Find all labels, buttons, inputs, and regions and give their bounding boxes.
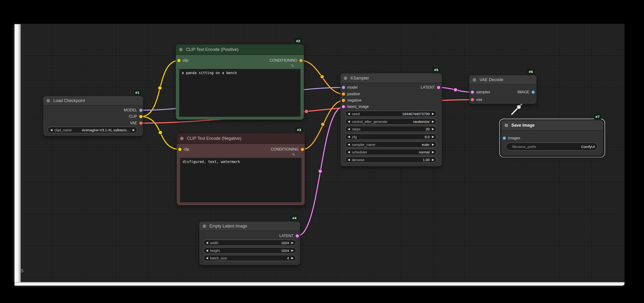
node-clip-text-encode-negative[interactable]: #3 CLIP Text Encode (Negative) clip COND…	[177, 133, 305, 205]
widget-label: filename_prefix	[512, 145, 581, 149]
increment-icon[interactable]: ▶	[432, 150, 434, 154]
increment-icon[interactable]: ▶	[432, 143, 434, 146]
decrement-icon[interactable]: ◀	[206, 256, 208, 260]
conditioning-port-icon[interactable]	[342, 99, 345, 102]
seed-widget[interactable]: ◀ seed 18446744073709 ▶	[345, 111, 437, 117]
collapse-dot-icon[interactable]	[179, 48, 183, 51]
decrement-icon[interactable]: ◀	[348, 158, 350, 161]
decrement-icon[interactable]: ◀	[348, 135, 350, 138]
width-widget[interactable]: ◀ width 1024 ▶	[203, 240, 296, 246]
latent-port-icon[interactable]	[437, 86, 440, 89]
slot-label: LATENT	[280, 234, 294, 238]
widget-value: 20	[426, 127, 430, 131]
image-port-icon[interactable]	[503, 136, 506, 140]
node-id-badge: #5	[432, 67, 440, 72]
increment-icon[interactable]: ▶	[291, 256, 294, 260]
image-port-icon[interactable]	[532, 90, 535, 94]
vae-port-icon[interactable]	[139, 121, 142, 125]
input-slot-images[interactable]: images	[503, 136, 520, 140]
output-slot-clip[interactable]: CLIP	[129, 114, 142, 119]
height-widget[interactable]: ◀ height 1024 ▶	[203, 247, 296, 254]
output-slot-latent[interactable]: LATENT	[421, 85, 440, 90]
increment-icon[interactable]: ▶	[133, 128, 135, 132]
increment-icon[interactable]: ▶	[432, 135, 434, 138]
latent-port-icon[interactable]	[296, 234, 299, 238]
input-slot-negative[interactable]: negative	[342, 98, 362, 103]
decrement-icon[interactable]: ◀	[348, 143, 350, 146]
input-slot-latent-image[interactable]: latent_image	[342, 104, 369, 109]
filename-prefix-widget[interactable]: filename_prefix ComfyUI	[506, 143, 598, 151]
node-load-checkpoint[interactable]: #1 Load Checkpoint MODEL CLIP VAE ◀ ckpt…	[43, 96, 143, 136]
input-slot-samples[interactable]: samples	[471, 90, 490, 94]
increment-icon[interactable]: ▶	[432, 112, 434, 115]
node-header[interactable]: Save Image	[501, 120, 603, 131]
input-slot-clip[interactable]: clip	[177, 58, 188, 63]
collapse-dot-icon[interactable]	[202, 224, 206, 228]
widget-label: height	[210, 249, 281, 253]
node-header[interactable]: Load Checkpoint	[43, 96, 143, 105]
node-id-badge: #3	[295, 127, 303, 132]
slot-label: negative	[347, 98, 362, 102]
node-title: CLIP Text Encode (Positive)	[186, 47, 238, 52]
collapse-dot-icon[interactable]	[344, 76, 347, 80]
collapse-dot-icon[interactable]	[504, 124, 508, 127]
latent-port-icon[interactable]	[471, 90, 474, 94]
output-slot-vae[interactable]: VAE	[130, 121, 142, 125]
node-header[interactable]: VAE Decode	[469, 75, 536, 85]
output-slot-model[interactable]: MODEL	[124, 108, 142, 113]
denoise-widget[interactable]: ◀ denoise 1.00 ▶	[345, 157, 437, 163]
node-vae-decode[interactable]: #6 VAE Decode samples vae IMAGE	[469, 75, 536, 104]
output-slot-conditioning[interactable]: CONDITIONING	[270, 58, 303, 63]
node-header[interactable]: CLIP Text Encode (Positive)	[176, 44, 304, 55]
clip-port-icon[interactable]	[139, 115, 142, 118]
model-port-icon[interactable]	[342, 86, 345, 89]
control-after-generate-widget[interactable]: ◀ control_after_generate randomize ▶	[345, 118, 437, 125]
output-slot-image[interactable]: IMAGE	[517, 90, 535, 94]
output-slot-conditioning[interactable]: CONDITIONING	[271, 147, 304, 152]
increment-icon[interactable]: ▶	[291, 241, 294, 244]
latent-port-icon[interactable]	[342, 105, 345, 108]
node-save-image[interactable]: #7 Save Image images filename_prefix Com…	[501, 120, 603, 156]
decrement-icon[interactable]: ◀	[348, 150, 350, 154]
decrement-icon[interactable]: ◀	[50, 128, 52, 132]
decrement-icon[interactable]: ◀	[348, 127, 350, 131]
vae-port-icon[interactable]	[471, 98, 474, 101]
node-empty-latent-image[interactable]: #4 Empty Latent Image LATENT ◀ width 102…	[199, 222, 300, 265]
conditioning-port-icon[interactable]	[342, 92, 345, 96]
node-header[interactable]: CLIP Text Encode (Negative)	[177, 133, 305, 144]
output-slot-latent[interactable]: LATENT	[280, 234, 299, 238]
conditioning-port-icon[interactable]	[299, 59, 303, 62]
node-ksampler[interactable]: #5 KSampler model positive negative late…	[340, 73, 442, 166]
conditioning-port-icon[interactable]	[301, 148, 304, 151]
input-slot-vae[interactable]: vae	[471, 97, 482, 102]
decrement-icon[interactable]: ◀	[348, 112, 350, 115]
collapse-dot-icon[interactable]	[46, 99, 50, 102]
node-header[interactable]: KSampler	[340, 73, 442, 83]
scheduler-widget[interactable]: ◀ scheduler normal ▶	[345, 149, 437, 155]
decrement-icon[interactable]: ◀	[206, 249, 208, 252]
input-slot-positive[interactable]: positive	[342, 92, 360, 96]
cfg-widget[interactable]: ◀ cfg 8.0 ▶	[345, 134, 437, 140]
increment-icon[interactable]: ▶	[291, 249, 294, 252]
increment-icon[interactable]: ▶	[432, 120, 434, 123]
slot-label: clip	[183, 58, 188, 63]
increment-icon[interactable]: ▶	[432, 158, 434, 161]
sampler-name-widget[interactable]: ◀ sampler_name euler ▶	[345, 141, 437, 148]
model-port-icon[interactable]	[139, 109, 142, 112]
input-slot-clip[interactable]: clip	[178, 147, 189, 152]
decrement-icon[interactable]: ◀	[206, 241, 208, 244]
batch-size-widget[interactable]: ◀ batch_size 4 ▶	[203, 255, 296, 261]
collapse-dot-icon[interactable]	[472, 78, 476, 82]
node-header[interactable]: Empty Latent Image	[199, 222, 300, 231]
increment-icon[interactable]: ▶	[432, 127, 434, 131]
prompt-textarea[interactable]: disfigured, text, watermark	[180, 158, 302, 202]
steps-widget[interactable]: ◀ steps 20 ▶	[345, 126, 437, 132]
clip-port-icon[interactable]	[177, 59, 180, 62]
clip-port-icon[interactable]	[178, 148, 182, 151]
input-slot-model[interactable]: model	[342, 85, 358, 90]
node-clip-text-encode-positive[interactable]: #2 CLIP Text Encode (Positive) clip COND…	[176, 44, 304, 120]
prompt-textarea[interactable]: a panda sitting on a bench	[179, 69, 300, 117]
decrement-icon[interactable]: ◀	[348, 120, 350, 123]
collapse-dot-icon[interactable]	[180, 137, 184, 140]
ckpt-name-widget[interactable]: ◀ ckpt_name Animagine-V3.1-XL.safetens… …	[48, 127, 137, 133]
